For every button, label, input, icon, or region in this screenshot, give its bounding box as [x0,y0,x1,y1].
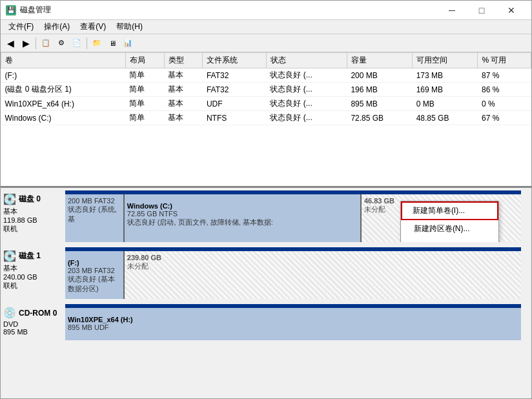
col-percent: % 可用 [478,53,531,68]
back-button[interactable]: ◀ [3,36,17,50]
toolbar-btn-3[interactable]: 📄 [70,36,84,50]
disk-0-label: 💽 磁盘 0 基本 119.88 GB 联机 [1,190,65,236]
table-cell: Windows (C:) [1,111,126,125]
table-cell: 0 MB [413,97,478,111]
ctx-new-spanned-volume[interactable]: 新建跨区卷(N)... [401,220,498,238]
disk-0-partitions: 200 MB FAT32 状态良好 (系统, 基 Windows (C:) 72… [65,194,521,242]
cdrom-0-part-1[interactable]: Win10XPE_x64 (H:) 895 MB UDF [65,308,521,340]
table-cell: 72.85 GB [347,111,412,125]
context-menu: 新建简单卷(I)... 新建跨区卷(N)... 新建带区卷(T)... 新建镜像… [400,201,499,242]
cdrom-0-type: DVD [3,320,63,328]
table-cell: 基本 [164,111,203,125]
disk-1-status: 联机 [3,281,63,291]
col-filesystem: 文件系统 [203,53,267,68]
table-cell: 简单 [125,83,164,97]
table-area: 卷 布局 类型 文件系统 状态 容量 可用空间 % 可用 (F:)简单基本FAT… [1,52,531,188]
table-cell: 简单 [125,111,164,125]
toolbar-btn-6[interactable]: 📊 [121,36,135,50]
table-row[interactable]: Windows (C:)简单基本NTFS状态良好 (...72.85 GB48.… [1,111,531,125]
menu-view[interactable]: 查看(V) [75,20,111,34]
table-cell: 169 MB [413,83,478,97]
table-cell: 基本 [164,83,203,97]
table-cell: 状态良好 (... [266,97,347,111]
cdrom-0-name: CD-ROM 0 [19,309,57,318]
col-layout: 布局 [125,53,164,68]
toolbar-btn-5[interactable]: 🖥 [105,36,119,50]
ctx-new-striped-volume[interactable]: 新建带区卷(T)... [401,238,498,242]
main-content: 卷 布局 类型 文件系统 状态 容量 可用空间 % 可用 (F:)简单基本FAT… [1,52,531,398]
disk-0-size: 119.88 GB [3,216,63,224]
close-button[interactable]: ✕ [496,1,526,20]
disk-0-type: 基本 [3,207,63,216]
toolbar-separator-2 [87,37,87,49]
disk-0-status: 联机 [3,224,63,234]
title-controls: ─ □ ✕ [437,1,526,20]
cdrom-0-size: 895 MB [3,328,63,336]
table-cell: 简单 [125,97,164,111]
disk-1-type: 基本 [3,263,63,273]
col-type: 类型 [164,53,203,68]
toolbar-btn-1[interactable]: 📋 [39,36,53,50]
main-window: 💾 磁盘管理 ─ □ ✕ 文件(F) 操作(A) 查看(V) 帮助(H) ◀ ▶… [0,0,532,399]
disk-1-size: 240.00 GB [3,273,63,281]
ctx-new-simple-volume[interactable]: 新建简单卷(I)... [401,201,498,220]
table-cell: 86 % [478,83,531,97]
table-row[interactable]: Win10XPE_x64 (H:)简单基本UDF状态良好 (...895 MB0… [1,97,531,111]
toolbar-btn-2[interactable]: ⚙ [54,36,68,50]
table-cell: 状态良好 (... [266,111,347,125]
table-cell: 196 MB [347,83,412,97]
table-cell: NTFS [203,111,267,125]
cdrom-0-partitions: Win10XPE_x64 (H:) 895 MB UDF [65,308,521,340]
title-left: 💾 磁盘管理 [6,5,51,15]
table-cell: 200 MB [347,68,412,83]
table-cell: 87 % [478,68,531,83]
disk-0-part-2[interactable]: Windows (C:) 72.85 GB NTFS 状态良好 (启动, 页面文… [125,194,362,242]
maximize-button[interactable]: □ [467,1,496,20]
table-cell: 简单 [125,68,164,83]
disk-1-part-2-unallocated[interactable]: 239.80 GB 未分配 [125,251,521,299]
disk-1-row: 💽 磁盘 1 基本 240.00 GB 联机 (F:) 203 MB FAT32… [1,247,531,299]
disk-1-partitions: (F:) 203 MB FAT32 状态良好 (基本数据分区) 239.80 G… [65,251,521,299]
table-cell: 状态良好 (... [266,68,347,83]
table-cell: 状态良好 (... [266,83,347,97]
disk-0-part-3-unallocated[interactable]: 46.83 GB 未分配 新建简单卷(I)... 新建跨区卷(N)... 新建带… [362,194,521,242]
title-bar: 💾 磁盘管理 ─ □ ✕ [1,1,531,20]
disk-area: 💽 磁盘 0 基本 119.88 GB 联机 200 MB FAT32 状态良好… [1,188,531,398]
disk-1-part-1[interactable]: (F:) 203 MB FAT32 状态良好 (基本数据分区) [65,251,125,299]
table-cell: 基本 [164,68,203,83]
menu-bar: 文件(F) 操作(A) 查看(V) 帮助(H) [1,20,531,34]
disk-1-label: 💽 磁盘 1 基本 240.00 GB 联机 [1,247,65,293]
table-cell: FAT32 [203,83,267,97]
table-cell: 0 % [478,97,531,111]
table-row[interactable]: (F:)简单基本FAT32状态良好 (...200 MB173 MB87 % [1,68,531,83]
table-header-row: 卷 布局 类型 文件系统 状态 容量 可用空间 % 可用 [1,53,531,68]
toolbar-btn-4[interactable]: 📁 [90,36,104,50]
table-cell: 173 MB [413,68,478,83]
disk-0-name: 磁盘 0 [19,194,41,205]
window-icon: 💾 [6,5,16,15]
forward-button[interactable]: ▶ [19,36,33,50]
menu-help[interactable]: 帮助(H) [111,20,148,34]
table-cell: (磁盘 0 磁盘分区 1) [1,83,126,97]
col-capacity: 容量 [347,53,412,68]
disk-1-name: 磁盘 1 [19,251,41,261]
disk-0-part-1[interactable]: 200 MB FAT32 状态良好 (系统, 基 [65,194,125,242]
col-free: 可用空间 [413,53,478,68]
table-cell: 48.85 GB [413,111,478,125]
table-cell: (F:) [1,68,126,83]
menu-action[interactable]: 操作(A) [39,20,75,34]
table-cell: FAT32 [203,68,267,83]
col-volume: 卷 [1,53,126,68]
table-cell: UDF [203,97,267,111]
table-cell: 895 MB [347,97,412,111]
menu-file[interactable]: 文件(F) [3,20,39,34]
minimize-button[interactable]: ─ [437,1,467,20]
cdrom-0-row: 💿 CD-ROM 0 DVD 895 MB Win10XPE_x64 (H:) … [1,304,531,340]
table-cell: 67 % [478,111,531,125]
window-title: 磁盘管理 [20,5,51,15]
col-status: 状态 [266,53,347,68]
toolbar-separator-1 [36,37,36,49]
table-cell: 基本 [164,97,203,111]
table-cell: Win10XPE_x64 (H:) [1,97,126,111]
table-row[interactable]: (磁盘 0 磁盘分区 1)简单基本FAT32状态良好 (...196 MB169… [1,83,531,97]
